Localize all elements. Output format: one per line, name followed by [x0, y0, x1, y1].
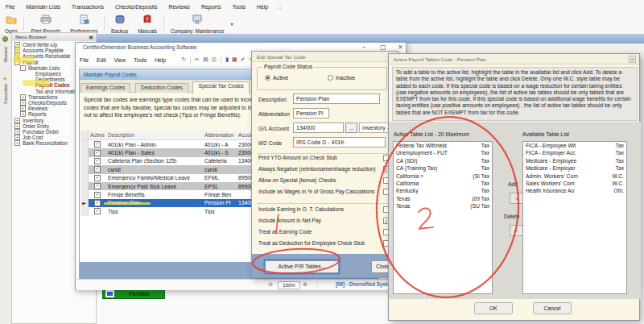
expand-icon[interactable]: +: [14, 42, 20, 48]
print-reports-button[interactable]: Print Reports: [26, 13, 65, 34]
collapse-icon[interactable]: -: [20, 65, 26, 71]
zoom-in-icon[interactable]: ⊕: [303, 281, 308, 288]
tab-favorites[interactable]: Favorites: [3, 84, 8, 104]
active-checkbox[interactable]: ✓: [94, 150, 101, 156]
menu-transactions[interactable]: Transactions: [66, 4, 109, 10]
radio-active[interactable]: Active: [265, 75, 288, 81]
expand-icon[interactable]: +: [14, 135, 20, 140]
cancel-button[interactable]: Cancel: [533, 302, 572, 314]
gl-account-field[interactable]: 134000: [293, 123, 344, 133]
app-menu-view[interactable]: View: [110, 57, 130, 63]
dock-strip: Recent ★ Favorites: [0, 34, 12, 324]
active-checkbox[interactable]: ✓: [94, 141, 101, 147]
payroll-code-status-group: Payroll Code Status Active Inactive: [257, 67, 387, 90]
app-menu-help[interactable]: Help: [151, 57, 170, 63]
active-checkbox[interactable]: ✓: [94, 183, 101, 189]
open-button[interactable]: Open: [0, 13, 22, 34]
app-menu-edit[interactable]: Edit: [93, 57, 110, 63]
expand-icon[interactable]: +: [20, 111, 26, 117]
tab-special-tax-codes[interactable]: Special Tax Codes: [192, 81, 249, 94]
expand-icon[interactable]: +: [20, 100, 26, 106]
list-item[interactable]: KentuckyTax: [394, 187, 492, 194]
copy-icon[interactable]: ▤: [203, 56, 208, 63]
gl-account-browse-button[interactable]: ...: [345, 123, 357, 133]
toolbar-separator: [104, 16, 105, 31]
delete-button[interactable]: ►: [510, 225, 523, 236]
active-checkbox[interactable]: ✓: [94, 208, 101, 214]
list-item[interactable]: Texas(09 Tax: [394, 195, 492, 202]
manuals-button[interactable]: Manuals: [133, 13, 162, 34]
toolbar-overflow-arrow-icon[interactable]: ▾: [230, 21, 233, 27]
ok-button[interactable]: OK: [474, 302, 513, 314]
list-item[interactable]: Sales Workers' ComW.C.: [523, 180, 626, 187]
list-item[interactable]: FICA - Employee WitTax: [523, 142, 626, 149]
menu-file[interactable]: File: [0, 4, 20, 10]
grid-icon[interactable]: ▦: [232, 56, 237, 63]
expand-icon[interactable]: +: [20, 106, 26, 111]
menu-browser-title: Menu Browser: [15, 35, 47, 39]
pin-icon[interactable]: ▣: [89, 34, 93, 39]
list-item[interactable]: Medicare - EmployerTax: [523, 164, 626, 172]
description-field[interactable]: Pension Plan: [293, 93, 380, 104]
maximize-button[interactable]: ▢: [380, 44, 386, 51]
app-menu-tools[interactable]: Tools: [130, 57, 151, 63]
menu-checks-deposits[interactable]: Checks/Deposits: [109, 4, 163, 10]
list-item[interactable]: CaliforniaTax: [394, 180, 492, 187]
available-table-list[interactable]: FICA - Employee WitTax FICA - Employer A…: [522, 141, 627, 294]
column-icon[interactable]: ▮: [225, 56, 229, 63]
backup-button[interactable]: Backup: [106, 13, 133, 34]
list-item[interactable]: California =(SI Tax: [394, 172, 492, 180]
row-marker-icon: ►: [80, 199, 89, 207]
list-item[interactable]: FICA - Employer AccTax: [523, 149, 626, 156]
add-button[interactable]: ◄: [510, 193, 523, 204]
check-edit-icon[interactable]: ✔: [241, 56, 246, 63]
list-item[interactable]: Texas(SU Tax: [394, 202, 492, 210]
expand-icon[interactable]: +: [14, 140, 20, 146]
menu-tools[interactable]: Tools: [226, 4, 250, 10]
active-list-label: Active Table List - 20 Maximum: [394, 131, 469, 137]
active-checkbox[interactable]: ✓: [94, 200, 101, 206]
close-button[interactable]: ×: [398, 44, 403, 51]
list-item[interactable]: Unemployment - FUTTax: [394, 149, 492, 156]
expand-icon[interactable]: +: [14, 48, 20, 53]
radio-inactive[interactable]: Inactive: [328, 75, 355, 81]
list-item[interactable]: Health Insurance AoOth.: [523, 187, 626, 194]
paste-icon[interactable]: ▥: [212, 56, 217, 63]
expand-icon[interactable]: +: [14, 129, 20, 135]
minimize-button[interactable]: –: [362, 44, 365, 51]
active-checkbox[interactable]: ✓: [94, 166, 101, 172]
active-pr-tables-button[interactable]: Active P/R Tables...: [265, 260, 339, 273]
company-maintenance-button[interactable]: Company: Maintenance: [166, 13, 229, 34]
toolbar-separator: [23, 16, 24, 31]
menu-maintain-lists[interactable]: Maintain Lists: [20, 4, 66, 10]
close-icon[interactable]: ×: [629, 56, 636, 63]
list-item[interactable]: CA (Training Tax)Tax: [394, 164, 492, 172]
zoom-out-icon[interactable]: ⊖: [268, 281, 273, 288]
cut-icon[interactable]: ✂: [195, 56, 200, 63]
radio-on-icon: [265, 75, 270, 81]
active-table-list[interactable]: Federal Tax WithheldTax Unemployment - F…: [393, 141, 493, 294]
list-item[interactable]: Medicare - EmployeeTax: [523, 157, 626, 164]
collapse-icon[interactable]: -: [14, 60, 20, 65]
expand-icon[interactable]: +: [14, 118, 20, 123]
active-checkbox[interactable]: ✓: [94, 175, 101, 181]
expand-icon[interactable]: +: [20, 94, 26, 100]
app-menu-file[interactable]: File: [76, 57, 93, 63]
refresh-icon[interactable]: ↻: [181, 56, 186, 63]
expand-icon[interactable]: +: [14, 53, 20, 59]
list-item[interactable]: CA (SDI)Tax: [394, 157, 492, 164]
active-checkbox[interactable]: ✓: [94, 158, 101, 164]
expand-icon[interactable]: +: [14, 123, 20, 129]
w2-code-field[interactable]: IRS Code D - 401K: [293, 137, 386, 147]
active-checkbox[interactable]: ✓: [94, 192, 101, 198]
list-item[interactable]: Admin. Workers' ComW.C.: [523, 172, 626, 180]
tab-recent[interactable]: Recent: [3, 47, 8, 62]
menu-reports[interactable]: Reports: [196, 4, 227, 10]
add-label: Add: [508, 181, 518, 187]
abbreviation-field[interactable]: Pension Pl: [293, 108, 329, 118]
list-item[interactable]: Federal Tax WithheldTax: [394, 142, 492, 149]
preferences-button[interactable]: Preferences: [65, 13, 102, 34]
menu-reviews[interactable]: Reviews: [163, 4, 195, 10]
edit-special-tax-code-dialog: Edit Special Tax Code Payroll Code Statu…: [251, 51, 398, 278]
menu-help[interactable]: Help: [251, 4, 274, 10]
